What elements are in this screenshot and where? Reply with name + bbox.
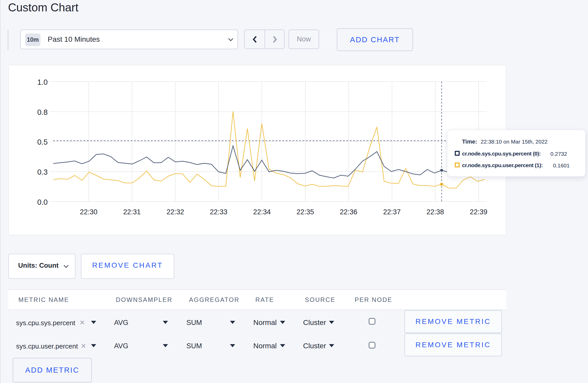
svg-text:22:35: 22:35 xyxy=(297,208,314,216)
svg-text:22:39: 22:39 xyxy=(470,208,487,216)
svg-text:22:32: 22:32 xyxy=(166,208,184,216)
svg-text:22:34: 22:34 xyxy=(253,208,271,216)
svg-text:0.8: 0.8 xyxy=(37,108,48,116)
svg-text:0.3: 0.3 xyxy=(37,168,48,176)
svg-text:22:37: 22:37 xyxy=(383,208,401,216)
svg-text:22:30: 22:30 xyxy=(80,208,97,216)
svg-text:22:38: 22:38 xyxy=(426,208,444,216)
svg-text:0.0: 0.0 xyxy=(37,198,48,206)
svg-text:1.0: 1.0 xyxy=(37,78,48,86)
svg-text:22:31: 22:31 xyxy=(123,208,141,216)
svg-text:22:33: 22:33 xyxy=(210,208,228,216)
svg-text:0.5: 0.5 xyxy=(37,138,48,146)
svg-text:22:36: 22:36 xyxy=(340,208,358,216)
